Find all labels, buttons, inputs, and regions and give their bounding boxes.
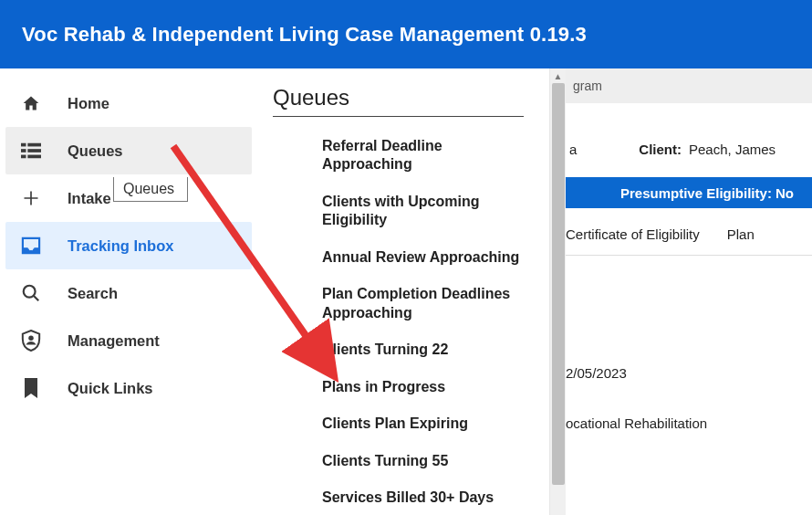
- svg-rect-3: [27, 149, 41, 152]
- sidebar-item-quick-links[interactable]: Quick Links: [5, 364, 252, 412]
- sidebar-item-label: Queues: [68, 142, 123, 160]
- list-icon: [18, 142, 44, 159]
- queue-item-plan-expiring[interactable]: Clients Plan Expiring: [322, 415, 527, 433]
- sidebar-item-management[interactable]: Management: [5, 317, 252, 364]
- sidebar-item-label: Intake: [68, 190, 111, 207]
- divider: [273, 116, 524, 117]
- home-icon: [18, 94, 44, 112]
- app-header: Voc Rehab & Independent Living Case Mana…: [0, 0, 812, 68]
- queue-item-plan-completion[interactable]: Plan Completion Deadlines Approaching: [322, 285, 527, 322]
- breadcrumb: gram: [566, 68, 812, 103]
- bookmark-icon: [18, 378, 44, 398]
- svg-point-7: [28, 336, 34, 342]
- search-icon: [18, 283, 44, 303]
- queues-flyout-panel: Queues Referral Deadline Approaching Cli…: [257, 68, 549, 515]
- tab-certificate[interactable]: Certificate of Eligibility: [566, 226, 700, 242]
- eligibility-banner: Presumptive Eligibility: No: [566, 177, 812, 208]
- info-fragment: a: [569, 142, 577, 157]
- queues-list: Referral Deadline Approaching Clients wi…: [269, 137, 527, 508]
- scroll-thumb[interactable]: [552, 83, 565, 485]
- sidebar-item-home[interactable]: Home: [5, 79, 252, 127]
- svg-point-6: [24, 286, 36, 298]
- tab-plan[interactable]: Plan: [727, 226, 755, 242]
- plus-icon: [18, 189, 44, 207]
- queue-item-upcoming-eligibility[interactable]: Clients with Upcoming Eligibility: [322, 193, 527, 230]
- sidebar-item-label: Quick Links: [68, 380, 153, 397]
- panel-scrollbar[interactable]: ▲: [549, 68, 566, 515]
- svg-rect-0: [21, 143, 26, 147]
- queue-item-turning-55[interactable]: Clients Turning 55: [322, 452, 527, 470]
- queue-item-services-billed[interactable]: Services Billed 30+ Days: [322, 489, 527, 507]
- queues-tooltip: Queues: [113, 177, 188, 202]
- date-fragment: 2/05/2023: [566, 365, 627, 381]
- sidebar: Home Queues Intake Tracking Inbox: [0, 68, 257, 515]
- sidebar-item-label: Search: [68, 285, 118, 302]
- app-title: Voc Rehab & Independent Living Case Mana…: [22, 23, 587, 47]
- queue-item-turning-22[interactable]: Clients Turning 22: [322, 341, 527, 359]
- eligibility-text: Presumptive Eligibility: No: [620, 185, 794, 201]
- sidebar-item-label: Management: [68, 332, 160, 350]
- breadcrumb-fragment: gram: [573, 79, 602, 93]
- program-fragment: ocational Rehabilitation: [566, 415, 707, 431]
- svg-rect-4: [21, 155, 26, 159]
- inbox-icon: [18, 236, 44, 255]
- sidebar-item-search[interactable]: Search: [5, 269, 252, 317]
- svg-rect-5: [27, 155, 41, 159]
- sidebar-item-queues[interactable]: Queues: [5, 127, 252, 174]
- sidebar-item-label: Home: [68, 95, 109, 112]
- queue-item-referral-deadline[interactable]: Referral Deadline Approaching: [322, 137, 527, 174]
- client-label: Client:: [639, 142, 682, 157]
- shield-user-icon: [18, 330, 44, 352]
- queue-item-annual-review[interactable]: Annual Review Approaching: [322, 248, 527, 267]
- scroll-up-arrow-icon[interactable]: ▲: [550, 68, 566, 83]
- sidebar-item-label: Tracking Inbox: [68, 237, 173, 255]
- svg-rect-2: [21, 149, 26, 152]
- client-value: Peach, James: [689, 142, 776, 157]
- svg-rect-1: [27, 143, 41, 147]
- queues-panel-title: Queues: [273, 85, 527, 110]
- main-content: gram a Client: Peach, James Presumptive …: [566, 68, 812, 515]
- queue-item-plans-in-progress[interactable]: Plans in Progress: [322, 378, 527, 396]
- sidebar-item-tracking-inbox[interactable]: Tracking Inbox: [5, 222, 252, 269]
